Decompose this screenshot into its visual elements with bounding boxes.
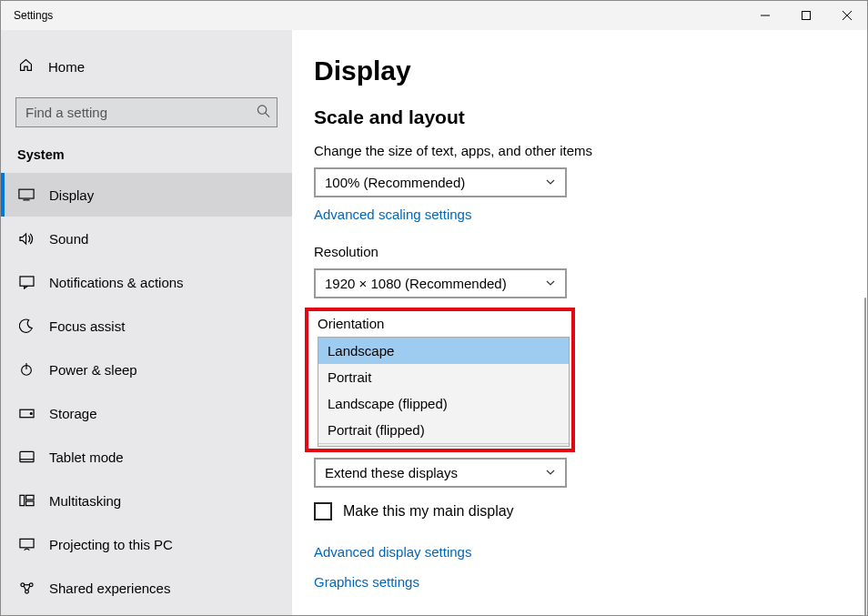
svg-rect-17 bbox=[25, 501, 34, 506]
dropdown-separator bbox=[318, 443, 569, 446]
window-controls bbox=[744, 1, 867, 30]
minimize-button[interactable] bbox=[744, 1, 785, 30]
orientation-label: Orientation bbox=[316, 316, 564, 331]
power-icon bbox=[18, 362, 35, 377]
svg-rect-1 bbox=[802, 12, 810, 20]
svg-line-5 bbox=[266, 113, 269, 116]
content-pane: Display Scale and layout Change the size… bbox=[292, 30, 867, 615]
nav-label: Shared experiences bbox=[49, 581, 170, 596]
scrollbar[interactable] bbox=[863, 30, 867, 615]
svg-point-20 bbox=[29, 582, 33, 586]
orientation-option-portrait[interactable]: Portrait bbox=[318, 364, 569, 390]
search-icon bbox=[257, 104, 270, 121]
nav-label: Multitasking bbox=[49, 493, 121, 509]
display-icon bbox=[18, 188, 35, 201]
resolution-label: Resolution bbox=[314, 244, 867, 259]
main-display-checkbox[interactable] bbox=[314, 502, 332, 520]
svg-point-19 bbox=[20, 582, 24, 586]
svg-rect-8 bbox=[20, 276, 34, 285]
nav-label: Notifications & actions bbox=[49, 275, 184, 290]
titlebar: Settings bbox=[1, 1, 867, 30]
nav-notifications[interactable]: Notifications & actions bbox=[1, 260, 292, 304]
resolution-value: 1920 × 1080 (Recommended) bbox=[325, 276, 507, 291]
shared-icon bbox=[18, 581, 35, 595]
main-display-label: Make this my main display bbox=[343, 503, 514, 520]
sound-icon bbox=[18, 232, 35, 246]
orientation-option-landscape[interactable]: Landscape bbox=[318, 338, 569, 364]
notifications-icon bbox=[18, 276, 35, 289]
svg-line-22 bbox=[24, 586, 25, 591]
nav-label: Focus assist bbox=[49, 318, 125, 334]
orientation-option-portrait-flipped[interactable]: Portrait (flipped) bbox=[318, 417, 569, 443]
nav-label: Projecting to this PC bbox=[49, 537, 173, 552]
orientation-option-landscape-flipped[interactable]: Landscape (flipped) bbox=[318, 390, 569, 417]
svg-rect-13 bbox=[19, 451, 33, 461]
orientation-highlight: Orientation Landscape Portrait Landscape… bbox=[305, 308, 575, 452]
advanced-scaling-link[interactable]: Advanced scaling settings bbox=[314, 207, 867, 222]
chevron-down-icon bbox=[545, 276, 556, 291]
projecting-icon bbox=[18, 538, 35, 551]
scale-dropdown[interactable]: 100% (Recommended) bbox=[314, 167, 567, 197]
graphics-settings-link[interactable]: Graphics settings bbox=[314, 574, 867, 590]
nav-sound[interactable]: Sound bbox=[1, 217, 292, 260]
nav-storage[interactable]: Storage bbox=[1, 391, 292, 435]
nav-label: Tablet mode bbox=[49, 449, 124, 465]
nav-focus-assist[interactable]: Focus assist bbox=[1, 304, 292, 348]
orientation-dropdown-open[interactable]: Landscape Portrait Landscape (flipped) P… bbox=[318, 337, 570, 447]
search-box[interactable] bbox=[15, 97, 278, 127]
page-title: Display bbox=[314, 56, 867, 86]
svg-line-23 bbox=[27, 586, 29, 591]
multiple-displays-dropdown[interactable]: Extend these displays bbox=[314, 458, 567, 488]
home-label: Home bbox=[48, 59, 85, 75]
multiple-displays-value: Extend these displays bbox=[325, 465, 458, 480]
nav-projecting[interactable]: Projecting to this PC bbox=[1, 522, 292, 566]
svg-point-4 bbox=[257, 105, 266, 113]
home-icon bbox=[18, 57, 34, 76]
nav-label: Storage bbox=[49, 406, 97, 421]
window-body: Home System Display Sound bbox=[1, 30, 867, 615]
section-heading: Scale and layout bbox=[314, 106, 867, 128]
scrollbar-thumb[interactable] bbox=[864, 298, 866, 615]
chevron-down-icon bbox=[545, 465, 556, 480]
nav-multitasking[interactable]: Multitasking bbox=[1, 479, 292, 522]
focus-assist-icon bbox=[18, 318, 35, 333]
svg-rect-16 bbox=[25, 495, 34, 500]
nav-shared-experiences[interactable]: Shared experiences bbox=[1, 566, 292, 610]
settings-window: Settings Home bbox=[0, 0, 868, 616]
svg-point-12 bbox=[30, 413, 32, 415]
maximize-button[interactable] bbox=[785, 1, 826, 30]
svg-rect-15 bbox=[19, 495, 24, 505]
window-title: Settings bbox=[1, 9, 53, 22]
close-button[interactable] bbox=[826, 1, 867, 30]
scale-value: 100% (Recommended) bbox=[325, 175, 465, 190]
sidebar: Home System Display Sound bbox=[1, 30, 292, 615]
nav-label: Sound bbox=[49, 231, 88, 247]
advanced-display-link[interactable]: Advanced display settings bbox=[314, 544, 867, 560]
tablet-icon bbox=[18, 450, 35, 464]
section-heading: System bbox=[1, 135, 292, 173]
svg-rect-6 bbox=[19, 189, 34, 198]
nav-tablet-mode[interactable]: Tablet mode bbox=[1, 435, 292, 479]
resolution-dropdown[interactable]: 1920 × 1080 (Recommended) bbox=[314, 268, 567, 298]
nav-power-sleep[interactable]: Power & sleep bbox=[1, 348, 292, 391]
main-display-checkbox-row[interactable]: Make this my main display bbox=[314, 502, 867, 520]
chevron-down-icon bbox=[545, 175, 556, 190]
multitasking-icon bbox=[18, 494, 35, 507]
scale-label: Change the size of text, apps, and other… bbox=[314, 143, 867, 158]
nav-label: Power & sleep bbox=[49, 362, 137, 378]
search-input[interactable] bbox=[15, 97, 278, 127]
nav-display[interactable]: Display bbox=[1, 173, 292, 217]
storage-icon bbox=[18, 407, 35, 419]
svg-rect-18 bbox=[19, 539, 33, 547]
home-nav[interactable]: Home bbox=[1, 46, 292, 86]
nav-label: Display bbox=[49, 187, 94, 203]
